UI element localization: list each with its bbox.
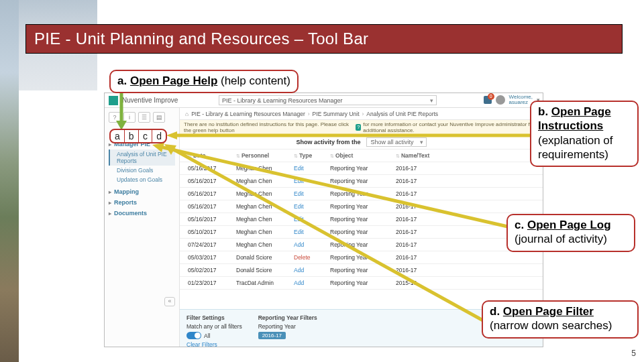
clear-filters-link[interactable]: Clear Filters xyxy=(186,341,242,347)
welcome-text: Welcome, asuarez xyxy=(509,95,533,105)
breadcrumb-2[interactable]: PIE Summary Unit xyxy=(313,111,360,117)
slide-title-bar: PIE - Unit Planning and Resources – Tool… xyxy=(25,24,623,54)
arrow-d xyxy=(163,144,492,326)
callout-d: d. Open Page Filter (narrow down searche… xyxy=(482,300,639,339)
arrow-b xyxy=(166,131,532,140)
abcd-b: b xyxy=(125,130,139,142)
toggle-label: All xyxy=(204,333,210,339)
notification-bell-icon[interactable] xyxy=(484,96,492,104)
background-photo-strip xyxy=(0,0,19,362)
help-icon[interactable]: ? xyxy=(356,124,361,131)
arrow-a xyxy=(115,88,127,130)
slide-title: PIE - Unit Planning and Resources – Tool… xyxy=(26,29,368,48)
match-toggle[interactable] xyxy=(186,332,201,339)
breadcrumb-3: Analysis of Unit PIE Reports xyxy=(366,111,438,117)
log-button[interactable]: ☰ xyxy=(138,112,150,123)
abcd-overlay: a b c d xyxy=(109,129,167,143)
callout-c: c. Open Page Log (journal of activity) xyxy=(506,214,635,252)
svg-line-6 xyxy=(171,148,489,324)
callout-a: a. Open Page Help (help content) xyxy=(109,70,299,93)
avatar[interactable] xyxy=(496,95,505,105)
abcd-d: d xyxy=(152,130,166,142)
breadcrumb-1[interactable]: PIE - Library & Learning Resources Manag… xyxy=(191,111,305,117)
unit-dropdown[interactable]: PIE - Library & Learning Resources Manag… xyxy=(219,95,437,105)
abcd-a: a xyxy=(111,130,125,142)
abcd-c: c xyxy=(139,130,153,142)
brand-text: Nuventive Improve xyxy=(122,97,178,104)
svg-marker-3 xyxy=(166,131,177,139)
callout-b: b. Open Page Instructions (explanation o… xyxy=(530,101,639,167)
reporting-year-chip[interactable]: 2016-17 xyxy=(258,332,286,339)
home-icon[interactable]: ⌂ xyxy=(185,111,189,117)
app-header: Nuventive Improve PIE - Library & Learni… xyxy=(105,93,543,108)
page-number: 5 xyxy=(631,349,636,358)
filter-button[interactable]: ▤ xyxy=(153,112,165,123)
